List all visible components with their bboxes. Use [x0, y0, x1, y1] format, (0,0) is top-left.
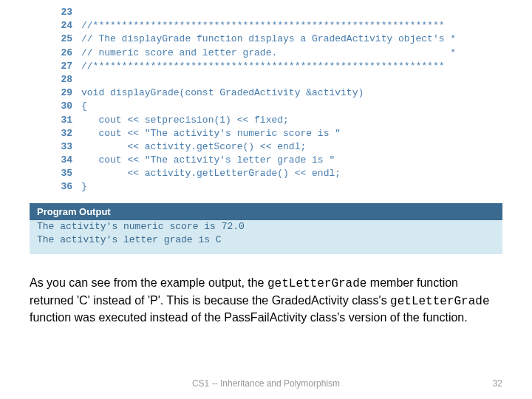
- line-number: 32: [52, 127, 72, 140]
- code-line: 30{: [52, 100, 502, 113]
- code-line: 24//************************************…: [52, 19, 502, 33]
- code-text: // The displayGrade function displays a …: [81, 33, 456, 46]
- code-line: 34 cout << "The activity's letter grade …: [52, 154, 502, 167]
- code-line: 23: [52, 6, 502, 19]
- line-number: 31: [52, 114, 72, 127]
- page-number: 32: [493, 378, 502, 389]
- inline-code: getLetterGrade: [267, 277, 366, 290]
- line-number: 30: [52, 100, 72, 113]
- code-text: void displayGrade(const GradedActivity &…: [81, 86, 364, 100]
- output-line: The activity's numeric score is 72.0: [30, 220, 502, 233]
- code-text: //**************************************…: [81, 60, 444, 73]
- code-text: {: [81, 100, 87, 113]
- line-number: 27: [52, 60, 72, 73]
- explanation-paragraph: As you can see from the example output, …: [30, 275, 502, 326]
- program-output-box: Program Output The activity's numeric sc…: [30, 203, 502, 254]
- para-text: As you can see from the example output, …: [30, 276, 267, 289]
- code-text: << activity.getLetterGrade() << endl;: [81, 167, 341, 180]
- code-line: 35 << activity.getLetterGrade() << endl;: [52, 167, 502, 180]
- code-text: // numeric score and letter grade. *: [81, 47, 456, 60]
- line-number: 23: [52, 6, 72, 19]
- line-number: 26: [52, 47, 72, 60]
- code-text: cout << "The activity's letter grade is …: [81, 154, 335, 167]
- code-text: cout << setprecision(1) << fixed;: [81, 114, 289, 127]
- code-line: 36}: [52, 180, 502, 194]
- code-line: 29void displayGrade(const GradedActivity…: [52, 86, 502, 100]
- code-line: 33 << activity.getScore() << endl;: [52, 140, 502, 154]
- inline-code: getLetterGrade: [390, 295, 489, 308]
- code-text: }: [81, 180, 87, 194]
- line-number: 35: [52, 167, 72, 180]
- code-line: 32 cout << "The activity's numeric score…: [52, 127, 502, 140]
- code-text: << activity.getScore() << endl;: [81, 140, 306, 154]
- line-number: 36: [52, 180, 72, 194]
- code-line: 26// numeric score and letter grade. *: [52, 47, 502, 60]
- program-output-header: Program Output: [30, 203, 502, 220]
- line-number: 25: [52, 33, 72, 46]
- code-line: 25// The displayGrade function displays …: [52, 33, 502, 46]
- output-line: The activity's letter grade is C: [30, 233, 502, 247]
- line-number: 29: [52, 86, 72, 100]
- code-line: 27//************************************…: [52, 60, 502, 73]
- code-line: 28: [52, 73, 502, 86]
- para-text: function was executed instead of the Pas…: [30, 311, 468, 324]
- line-number: 34: [52, 154, 72, 167]
- code-text: //**************************************…: [81, 19, 444, 33]
- line-number: 33: [52, 140, 72, 154]
- line-number: 24: [52, 19, 72, 33]
- line-number: 28: [52, 73, 72, 86]
- code-listing: 2324//**********************************…: [52, 6, 502, 194]
- footer-title: CS1 -- Inheritance and Polymorphism: [0, 378, 532, 389]
- code-line: 31 cout << setprecision(1) << fixed;: [52, 114, 502, 127]
- code-text: cout << "The activity's numeric score is…: [81, 127, 341, 140]
